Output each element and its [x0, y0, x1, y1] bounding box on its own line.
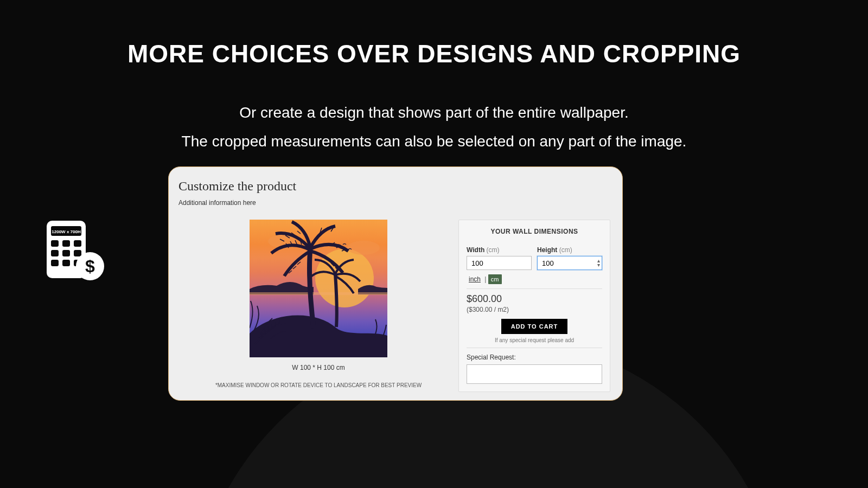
card-title: Customize the product [178, 179, 612, 194]
price-value: $600.00 [467, 293, 602, 305]
svg-rect-17 [250, 292, 387, 295]
svg-point-16 [347, 241, 380, 255]
svg-rect-4 [62, 240, 70, 247]
height-label: Height (cm) [537, 246, 602, 254]
special-request-label: Special Request: [467, 354, 602, 361]
card-subtitle: Additional information here [178, 199, 612, 207]
height-input[interactable] [537, 256, 602, 270]
price-per-m2: ($300.00 / m2) [467, 306, 602, 313]
unit-separator: | [484, 275, 486, 283]
subtitle-line-2: The cropped measurements can also be sel… [0, 127, 868, 156]
width-label: Width (cm) [467, 246, 532, 254]
add-to-cart-button[interactable]: ADD TO CART [501, 319, 568, 334]
dimensions-panel: YOUR WALL DIMENSIONS Width (cm) Height (… [458, 220, 610, 392]
chevron-down-icon[interactable]: ▾ [597, 264, 600, 267]
preview-note: *MAXIMISE WINDOW OR ROTATE DEVICE TO LAN… [215, 382, 422, 388]
svg-rect-8 [74, 250, 81, 256]
page-title: MORE CHOICES OVER DESIGNS AND CROPPING [0, 39, 868, 68]
svg-rect-6 [51, 250, 59, 256]
svg-rect-5 [74, 240, 81, 247]
width-input[interactable] [467, 256, 532, 270]
svg-text:$: $ [85, 256, 95, 276]
svg-rect-7 [62, 250, 70, 256]
subtitle-line-1: Or create a design that shows part of th… [0, 98, 868, 127]
calculator-dollar-icon: 1200W x 700H $ [44, 220, 106, 284]
product-customize-card: Customize the product Additional informa… [168, 166, 623, 401]
preview-image[interactable] [250, 220, 387, 357]
preview-column: W 100 * H 100 cm *MAXIMISE WINDOW OR ROT… [178, 220, 458, 392]
height-stepper[interactable]: ▴ ▾ [597, 259, 600, 267]
divider [467, 288, 602, 289]
svg-rect-10 [62, 260, 70, 266]
page-subtitle: Or create a design that shows part of th… [0, 98, 868, 156]
dimensions-header: YOUR WALL DIMENSIONS [467, 228, 602, 235]
svg-text:1200W x 700H: 1200W x 700H [52, 229, 81, 234]
preview-caption: W 100 * H 100 cm [292, 364, 344, 371]
svg-rect-3 [51, 240, 59, 247]
unit-cm-toggle[interactable]: cm [488, 274, 502, 284]
unit-inch-toggle[interactable]: inch [467, 274, 483, 284]
svg-rect-9 [51, 260, 59, 266]
special-request-input[interactable] [467, 364, 602, 384]
cart-note: If any special request please add [495, 337, 574, 343]
